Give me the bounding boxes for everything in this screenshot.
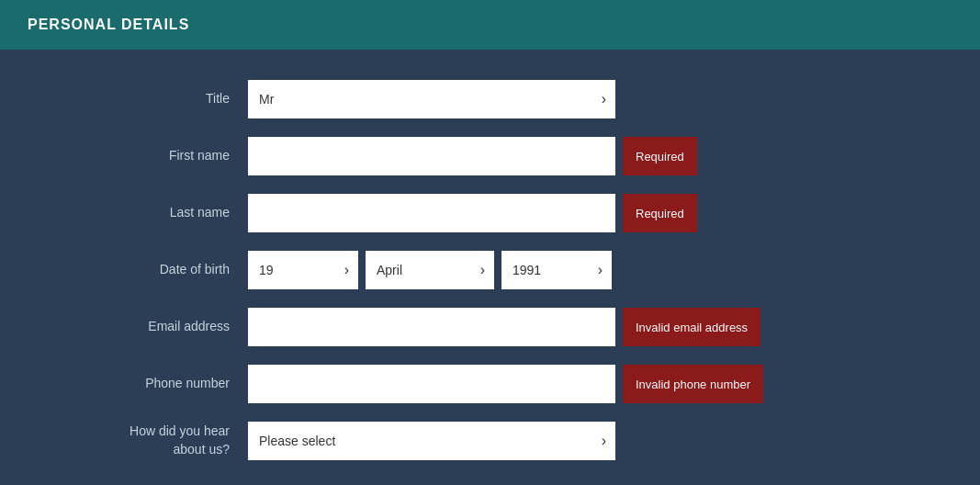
- form-container: Title Mr Mrs Miss Ms Dr First name Requi…: [0, 68, 980, 485]
- first-name-input[interactable]: [248, 137, 615, 175]
- last-name-input[interactable]: [248, 194, 615, 232]
- dob-year-select[interactable]: 1985198619871988 1989199019911992 199319…: [501, 251, 612, 289]
- dob-month-select[interactable]: JanuaryFebruaryMarch AprilMayJune JulyAu…: [366, 251, 494, 289]
- phone-controls: Invalid phone number: [248, 365, 952, 403]
- email-error-badge: Invalid email address: [623, 308, 760, 346]
- title-controls: Mr Mrs Miss Ms Dr: [248, 80, 952, 118]
- first-name-label: First name: [28, 147, 248, 165]
- dob-controls: 12345 678910 1112131415 1617181920 21222…: [248, 251, 952, 289]
- last-name-label: Last name: [28, 204, 248, 222]
- last-name-controls: Required: [248, 194, 952, 232]
- email-input[interactable]: [248, 308, 615, 346]
- phone-input[interactable]: [248, 365, 615, 403]
- last-name-row: Last name Required: [28, 191, 952, 235]
- dob-label: Date of birth: [28, 261, 248, 279]
- title-row: Title Mr Mrs Miss Ms Dr: [28, 77, 952, 121]
- title-select[interactable]: Mr Mrs Miss Ms Dr: [248, 80, 615, 118]
- last-name-required-badge: Required: [623, 194, 697, 232]
- email-label: Email address: [28, 318, 248, 336]
- first-name-required-badge: Required: [623, 137, 697, 175]
- email-controls: Invalid email address: [248, 308, 952, 346]
- dob-day-select[interactable]: 12345 678910 1112131415 1617181920 21222…: [248, 251, 358, 289]
- phone-label: Phone number: [28, 375, 248, 393]
- phone-error-badge: Invalid phone number: [623, 365, 763, 403]
- first-name-row: First name Required: [28, 134, 952, 178]
- page-header: PERSONAL DETAILS: [0, 0, 980, 50]
- hear-controls: Please select Google Social Media Friend…: [248, 422, 952, 460]
- dob-row: Date of birth 12345 678910 1112131415 16…: [28, 248, 952, 292]
- phone-row: Phone number Invalid phone number: [28, 362, 952, 406]
- title-label: Title: [28, 90, 248, 108]
- email-row: Email address Invalid email address: [28, 305, 952, 349]
- hear-row: How did you hear about us? Please select…: [28, 419, 952, 463]
- page-title: PERSONAL DETAILS: [28, 17, 952, 33]
- hear-select[interactable]: Please select Google Social Media Friend…: [248, 422, 615, 460]
- first-name-controls: Required: [248, 137, 952, 175]
- hear-label: How did you hear about us?: [28, 423, 248, 458]
